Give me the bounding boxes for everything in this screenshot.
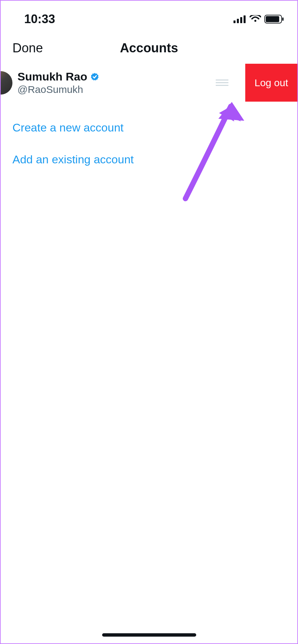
account-handle: @RaoSumukh (17, 84, 216, 95)
svg-rect-1 (237, 19, 239, 23)
home-indicator[interactable] (102, 633, 196, 637)
cellular-signal-icon (233, 15, 246, 23)
svg-rect-6 (282, 17, 284, 21)
status-bar: 10:33 (1, 1, 297, 31)
links-section: Create a new account Add an existing acc… (1, 112, 297, 175)
avatar (0, 71, 12, 95)
page-title: Accounts (120, 41, 178, 55)
create-account-link[interactable]: Create a new account (1, 112, 297, 144)
account-name: Sumukh Rao (17, 70, 87, 83)
nav-header: Done Accounts (1, 31, 297, 64)
status-time: 10:33 (24, 12, 55, 26)
drag-handle-icon[interactable] (216, 79, 228, 86)
wifi-icon (250, 15, 261, 23)
svg-rect-3 (244, 15, 246, 23)
battery-icon (264, 15, 284, 23)
svg-rect-0 (233, 20, 236, 23)
account-info: Sumukh Rao @RaoSumukh (17, 70, 216, 95)
done-button[interactable]: Done (12, 41, 43, 55)
svg-rect-2 (240, 17, 242, 23)
add-existing-account-link[interactable]: Add an existing account (1, 144, 297, 175)
status-icons (233, 15, 284, 23)
svg-rect-5 (266, 16, 279, 22)
verified-badge-icon (90, 72, 99, 82)
account-row[interactable]: Sumukh Rao @RaoSumukh Log out (1, 64, 297, 102)
logout-button[interactable]: Log out (245, 64, 297, 102)
